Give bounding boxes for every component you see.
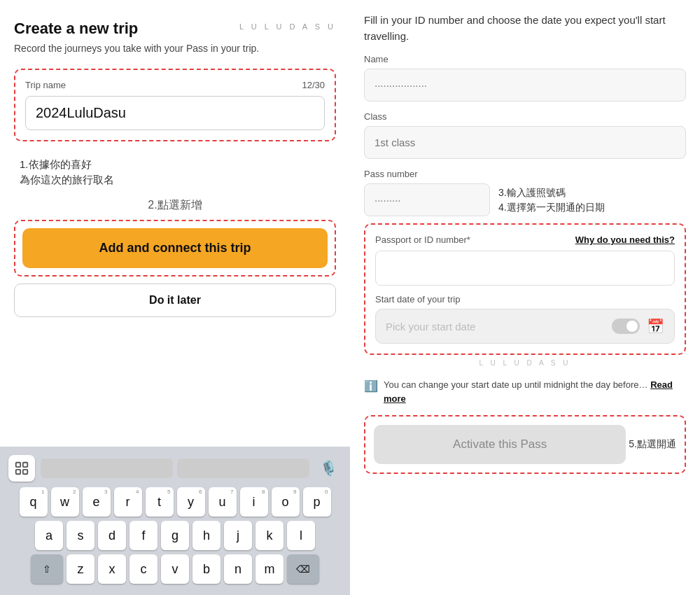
key-v[interactable]: v xyxy=(161,554,189,584)
key-g[interactable]: g xyxy=(161,521,189,550)
toolbar-middle xyxy=(41,458,309,478)
step2-label: 2.點選新增 xyxy=(14,198,336,213)
title-row: Create a new trip L U L U D A S U xyxy=(14,20,336,38)
subtitle: Record the journeys you take with your P… xyxy=(14,42,336,56)
trip-name-label: Trip name xyxy=(25,80,66,90)
trip-name-input[interactable] xyxy=(25,96,325,130)
key-shift[interactable]: ⇧ xyxy=(31,554,63,584)
emoji-key[interactable] xyxy=(8,455,35,482)
pass-number-label: Pass number xyxy=(364,169,686,179)
key-d[interactable]: d xyxy=(98,521,126,550)
key-n[interactable]: n xyxy=(224,554,252,584)
key-delete[interactable]: ⌫ xyxy=(287,554,319,584)
kbd-row-3: ⇧ z x c v b n m ⌫ xyxy=(3,554,347,584)
start-date-toggle[interactable] xyxy=(612,318,640,334)
info-box: ℹ️ You can change your start date up unt… xyxy=(364,371,686,412)
key-b[interactable]: b xyxy=(192,554,220,584)
keyboard: 🎙️ 1q 2w 3e 4r 5t 6y 7u 8i 9o 0p a s d f… xyxy=(0,447,350,595)
key-x[interactable]: x xyxy=(98,554,126,584)
key-c[interactable]: c xyxy=(130,554,158,584)
key-h[interactable]: h xyxy=(192,521,220,550)
add-connect-button[interactable]: Add and connect this trip xyxy=(22,228,328,268)
key-o[interactable]: 9o xyxy=(272,487,300,517)
key-r[interactable]: 4r xyxy=(114,487,142,517)
key-t[interactable]: 5t xyxy=(146,487,174,517)
kbd-row-2: a s d f g h j k l xyxy=(3,521,347,550)
name-label: Name xyxy=(364,54,686,64)
calendar-icon[interactable]: 📅 xyxy=(647,318,664,335)
key-z[interactable]: z xyxy=(66,554,94,584)
pass-number-input[interactable] xyxy=(364,183,490,216)
passport-label: Passport or ID number* xyxy=(375,234,470,245)
start-date-placeholder: Pick your start date xyxy=(386,321,605,332)
passport-dashed-box: Passport or ID number* Why do you need t… xyxy=(364,223,686,355)
why-link[interactable]: Why do you need this? xyxy=(575,234,675,245)
activate-button[interactable]: Activate this Pass xyxy=(374,425,626,464)
key-j[interactable]: j xyxy=(224,521,252,550)
trip-name-box: Trip name 12/30 xyxy=(14,69,336,141)
key-y[interactable]: 6y xyxy=(177,487,205,517)
toolbar-pill-2 xyxy=(177,458,309,478)
kbd-row-1: 1q 2w 3e 4r 5t 6y 7u 8i 9o 0p xyxy=(3,487,347,517)
luludasu-watermark: L U L U D A S U xyxy=(364,359,686,367)
add-btn-dashed-box: Add and connect this trip xyxy=(14,220,336,276)
class-label: Class xyxy=(364,111,686,122)
class-input[interactable] xyxy=(364,126,686,159)
svg-rect-0 xyxy=(16,463,20,467)
char-count: 12/30 xyxy=(302,80,325,90)
activate-hint: 5.點選開通 xyxy=(629,438,676,451)
passport-label-row: Passport or ID number* Why do you need t… xyxy=(375,234,675,245)
info-icon: ℹ️ xyxy=(364,379,378,393)
start-date-row[interactable]: Pick your start date 📅 xyxy=(375,309,675,344)
logo-text: L U L U D A S U xyxy=(239,22,336,31)
info-text: You can change your start date up until … xyxy=(384,378,686,405)
hint-text-1: 1.依據你的喜好為你這次的旅行取名 xyxy=(20,157,336,188)
name-input[interactable] xyxy=(364,69,686,102)
key-f[interactable]: f xyxy=(130,521,158,550)
trip-name-header: Trip name 12/30 xyxy=(25,80,325,90)
key-m[interactable]: m xyxy=(255,554,284,584)
right-top-text: Fill in your ID number and choose the da… xyxy=(364,0,686,54)
key-i[interactable]: 8i xyxy=(240,487,268,517)
key-w[interactable]: 2w xyxy=(51,487,79,517)
passport-input[interactable] xyxy=(375,251,675,286)
left-panel: Create a new trip L U L U D A S U Record… xyxy=(0,0,350,595)
right-panel: Fill in your ID number and choose the da… xyxy=(350,0,700,595)
toolbar-pill-1 xyxy=(41,458,173,478)
key-l[interactable]: l xyxy=(287,521,315,550)
start-date-label: Start date of your trip xyxy=(375,294,675,304)
activate-dashed-box: Activate this Pass 5.點選開通 xyxy=(364,415,686,474)
key-e[interactable]: 3e xyxy=(83,487,111,517)
pass-hint: 3.輸入護照號碼 4.選擇第一天開通的日期 xyxy=(498,186,605,215)
key-a[interactable]: a xyxy=(35,521,63,550)
do-later-button[interactable]: Do it later xyxy=(14,284,336,317)
svg-rect-2 xyxy=(16,470,20,474)
mic-button[interactable]: 🎙️ xyxy=(315,455,342,482)
key-p[interactable]: 0p xyxy=(303,487,331,517)
key-s[interactable]: s xyxy=(66,521,94,550)
key-q[interactable]: 1q xyxy=(20,487,48,517)
key-k[interactable]: k xyxy=(255,521,284,550)
keyboard-toolbar: 🎙️ xyxy=(3,452,347,487)
page-title: Create a new trip xyxy=(14,20,138,38)
svg-rect-1 xyxy=(23,463,27,467)
activate-row: Activate this Pass 5.點選開通 xyxy=(374,425,676,464)
pass-row: 3.輸入護照號碼 4.選擇第一天開通的日期 xyxy=(364,183,686,216)
svg-rect-3 xyxy=(23,470,27,474)
key-u[interactable]: 7u xyxy=(209,487,237,517)
